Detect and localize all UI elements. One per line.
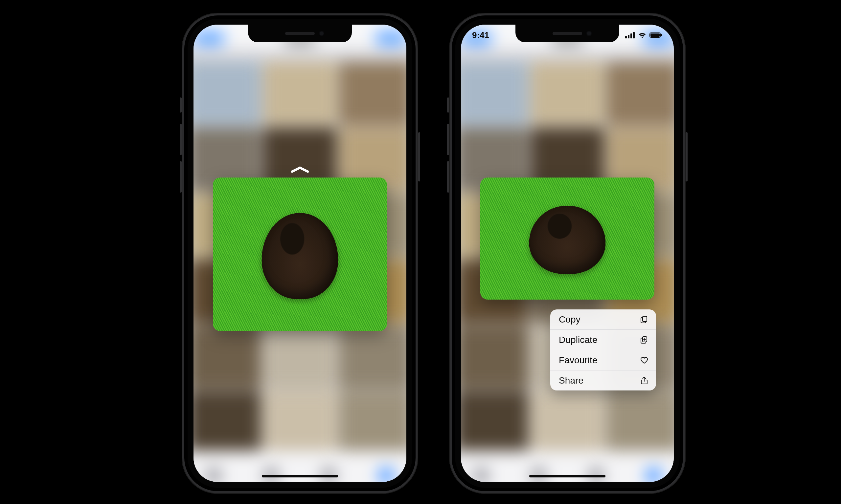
share-icon [639, 376, 649, 385]
menu-item-favourite[interactable]: Favourite [550, 350, 656, 370]
svg-rect-0 [625, 36, 627, 38]
copy-icon [639, 315, 649, 324]
notch [248, 24, 352, 42]
menu-item-share[interactable]: Share [550, 370, 656, 391]
menu-item-duplicate[interactable]: Duplicate [550, 329, 656, 350]
photo-preview[interactable] [480, 178, 654, 300]
wifi-icon [638, 32, 647, 38]
photo-preview[interactable] [213, 178, 387, 331]
mute-switch [447, 97, 449, 112]
svg-rect-1 [628, 35, 630, 38]
volume-up-button [447, 124, 449, 155]
menu-item-copy[interactable]: Copy [550, 309, 656, 329]
status-bar: 9:41 [461, 29, 674, 41]
volume-down-button [447, 161, 449, 193]
power-button [418, 132, 420, 181]
phone-frame-left [182, 13, 418, 494]
decorative-bar [0, 236, 44, 251]
menu-item-label: Copy [559, 314, 581, 325]
phone-screen-right: 9:41 [461, 24, 674, 482]
home-indicator[interactable] [529, 475, 605, 478]
mute-switch [180, 97, 182, 112]
battery-icon [650, 32, 663, 38]
status-time: 9:41 [472, 30, 489, 40]
svg-rect-7 [642, 316, 647, 322]
menu-item-label: Share [559, 375, 583, 386]
phone-frame-right: 9:41 [449, 13, 686, 494]
heart-icon [639, 356, 649, 365]
chevron-up-icon [291, 166, 309, 173]
volume-up-button [180, 124, 182, 155]
svg-rect-2 [631, 34, 632, 38]
svg-rect-6 [661, 34, 662, 36]
duplicate-icon [639, 335, 649, 344]
home-indicator[interactable] [262, 475, 338, 478]
context-menu: Copy Duplicate [550, 309, 656, 391]
phone-screen-left [193, 24, 406, 482]
menu-item-label: Duplicate [559, 335, 598, 345]
svg-rect-3 [633, 32, 635, 38]
decorative-bar [0, 255, 44, 270]
cellular-signal-icon [625, 32, 635, 38]
volume-down-button [180, 161, 182, 193]
menu-item-label: Favourite [559, 355, 598, 365]
svg-rect-5 [650, 34, 660, 37]
power-button [686, 132, 688, 181]
